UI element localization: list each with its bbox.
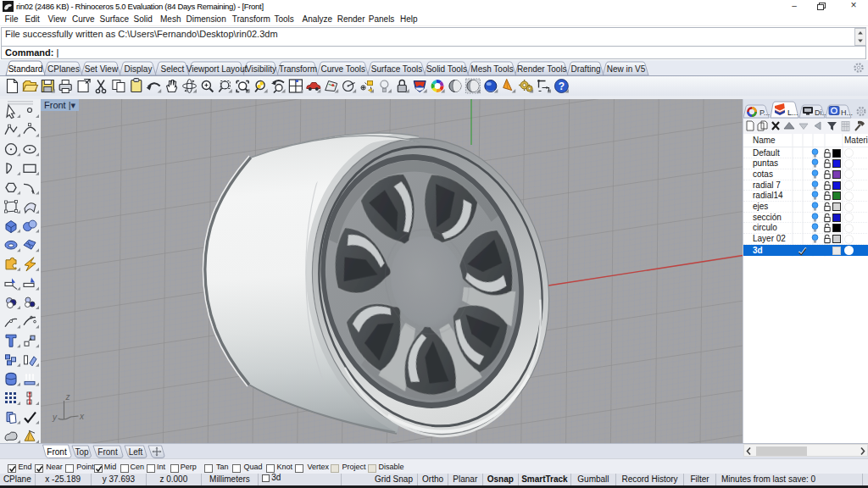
svg-text:y: y <box>52 413 58 422</box>
svg-text:Top: Top <box>75 447 89 457</box>
svg-text:?: ? <box>559 80 565 92</box>
svg-text:Transform: Transform <box>279 64 317 74</box>
svg-text:Di..: Di.. <box>815 108 826 117</box>
svg-text:Select: Select <box>161 64 185 74</box>
svg-text:Left: Left <box>129 447 143 457</box>
svg-text:Visibility: Visibility <box>246 64 276 74</box>
svg-text:New in V5: New in V5 <box>607 64 646 74</box>
svg-text:Viewport Layout: Viewport Layout <box>186 64 248 74</box>
svg-text:Front: Front <box>97 447 118 457</box>
svg-text:Standard: Standard <box>8 64 43 74</box>
svg-text:Surface Tools: Surface Tools <box>371 64 422 74</box>
svg-text:Drafting: Drafting <box>570 64 600 74</box>
svg-text:L...: L... <box>787 108 798 117</box>
svg-text:Display: Display <box>125 64 153 74</box>
svg-text:CPlanes: CPlanes <box>47 64 80 74</box>
svg-text:Front: Front <box>47 447 67 457</box>
svg-text:z: z <box>65 392 70 402</box>
svg-text:P...: P... <box>760 108 770 117</box>
svg-text:Curve Tools: Curve Tools <box>320 64 365 74</box>
svg-text:Set View: Set View <box>85 64 119 74</box>
svg-text:x: x <box>79 412 85 421</box>
svg-text:H...: H... <box>841 108 853 117</box>
svg-text:Mesh Tools: Mesh Tools <box>470 64 513 74</box>
svg-text:Solid Tools: Solid Tools <box>426 64 467 74</box>
svg-text:Render Tools: Render Tools <box>517 64 567 74</box>
